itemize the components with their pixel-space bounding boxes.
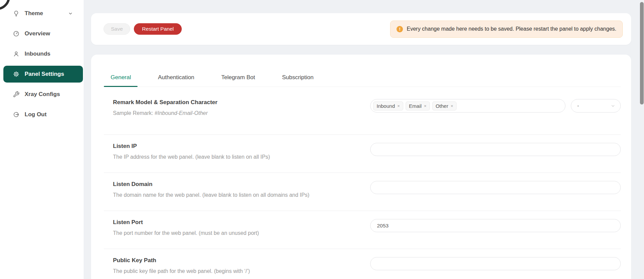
listen-domain-input[interactable] [370,181,621,194]
settings-card: General Authentication Telegram Bot Subs… [91,55,631,279]
public-key-path-description: The public key file path for the web pan… [113,268,360,274]
form-row-listen-port: Listen Port The port number for the web … [104,211,621,249]
remark-label-col: Remark Model & Separation Character Samp… [113,99,370,116]
listen-port-label: Listen Port [113,219,360,226]
remove-tag-icon[interactable] [424,104,427,108]
remove-tag-icon[interactable] [397,104,400,108]
sidebar-item-label: Inbounds [25,51,50,57]
tag-inbound: Inbound [373,101,403,111]
logout-icon [13,111,20,118]
sidebar-item-label: Overview [25,30,50,37]
form-row-remark-model: Remark Model & Separation Character Samp… [104,87,621,134]
listen-domain-description: The domain name for the web panel. (leav… [113,192,360,198]
tab-general[interactable]: General [104,72,138,87]
remark-model-tag-select[interactable]: Inbound Email Other [370,99,565,113]
sidebar-nav: Theme Overview Inbounds [0,0,84,123]
sidebar-item-label: Xray Configs [25,91,60,98]
listen-domain-label-col: Listen Domain The domain name for the we… [113,181,370,198]
sample-remark-prefix: Sample Remark: [113,110,155,116]
wrench-icon [13,91,20,98]
save-button[interactable]: Save [104,23,130,35]
listen-ip-label: Listen IP [113,143,360,150]
public-key-path-input[interactable] [370,257,621,270]
warning-icon [397,26,403,32]
tab-label: Subscription [282,74,314,81]
sidebar-item-theme[interactable]: Theme [3,5,83,22]
listen-domain-label: Listen Domain [113,181,360,188]
sample-remark-value: #Inbound-Email-Other [155,110,208,116]
restart-panel-button[interactable]: Restart Panel [134,23,182,35]
listen-ip-description: The IP address for the web panel. (leave… [113,154,360,160]
listen-port-control-col [370,219,621,232]
dashboard-icon [13,30,20,37]
listen-ip-label-col: Listen IP The IP address for the web pan… [113,143,370,160]
active-tab-inkbar [104,86,138,87]
sidebar: Theme Overview Inbounds [0,0,84,279]
user-icon [13,51,20,57]
sidebar-item-overview[interactable]: Overview [3,25,83,42]
sidebar-item-xray-configs[interactable]: Xray Configs [3,86,83,103]
remark-model-label: Remark Model & Separation Character [113,99,360,106]
tag-label: Email [409,103,422,109]
remark-sample-text: Sample Remark: #Inbound-Email-Other [113,110,360,116]
tag-email: Email [406,101,430,111]
remove-tag-icon[interactable] [450,104,453,108]
sidebar-item-label: Theme [25,10,43,17]
tag-label: Other [436,103,448,109]
public-key-path-control-col [370,257,621,270]
public-key-path-label: Public Key Path [113,257,360,264]
listen-port-label-col: Listen Port The port number for the web … [113,219,370,236]
sidebar-item-inbounds[interactable]: Inbounds [3,45,83,62]
restart-warning-alert: Every change made here needs to be saved… [390,21,623,38]
settings-tabs: General Authentication Telegram Bot Subs… [104,55,621,87]
sidebar-item-log-out[interactable]: Log Out [3,106,83,123]
form-row-public-key-path: Public Key Path The public key file path… [104,249,621,279]
listen-ip-input[interactable] [370,143,621,156]
bulb-icon [13,10,20,17]
chevron-down-icon [68,11,73,16]
public-key-path-label-col: Public Key Path The public key file path… [113,257,370,274]
chevron-down-icon [611,103,615,108]
vertical-scrollbar-thumb[interactable] [640,2,644,104]
sidebar-item-label: Log Out [25,111,47,118]
separator-character-select[interactable]: - [571,99,621,113]
alert-message: Every change made here needs to be saved… [407,26,616,32]
tab-label: Telegram Bot [221,74,255,81]
tab-authentication[interactable]: Authentication [151,72,201,87]
tag-label: Inbound [377,103,395,109]
tab-telegram-bot[interactable]: Telegram Bot [214,72,262,87]
listen-ip-control-col [370,143,621,156]
tab-label: General [111,74,131,81]
sidebar-item-panel-settings[interactable]: Panel Settings [3,66,83,83]
main-content: Save Restart Panel Every change made her… [84,0,644,279]
form-row-listen-domain: Listen Domain The domain name for the we… [104,173,621,211]
gear-icon [13,71,20,78]
remark-control-col: Inbound Email Other - [370,99,621,113]
toolbar-card: Save Restart Panel Every change made her… [91,13,631,45]
tab-label: Authentication [158,74,194,81]
listen-port-input[interactable] [370,219,621,232]
form-row-listen-ip: Listen IP The IP address for the web pan… [104,135,621,173]
tab-subscription[interactable]: Subscription [275,72,320,87]
tag-other: Other [432,101,457,111]
listen-port-description: The port number for the web panel. (must… [113,230,360,236]
separator-selected-value: - [577,103,579,109]
listen-domain-control-col [370,181,621,194]
sidebar-item-label: Panel Settings [25,71,64,78]
